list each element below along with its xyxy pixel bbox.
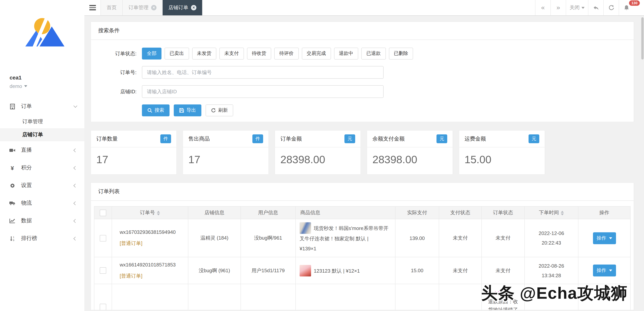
shop-id-input[interactable]	[142, 85, 384, 98]
close-icon[interactable]: ×	[151, 5, 156, 10]
tab-shop-orders[interactable]: 店铺订单 ×	[163, 0, 202, 15]
sidebar-item-ranking[interactable]: 19 排行榜	[0, 230, 84, 247]
order-status-label: 订单状态:	[98, 50, 142, 57]
actual-paid-cell	[395, 284, 439, 310]
sidebar-item-label: 直播	[21, 147, 32, 154]
product-thumbnail[interactable]	[300, 222, 311, 234]
order-no-input[interactable]	[142, 66, 384, 79]
search-form: 订单状态: 全部 已卖出 未发货 未支付 待收货 待评价 交易完成 退款中 已退…	[91, 40, 634, 122]
refund-reason-line: 货地址填错了	[486, 306, 520, 310]
stat-value: 15.00	[459, 147, 545, 174]
pay-status-cell	[439, 284, 482, 310]
col-order-time[interactable]: 下单时间	[524, 206, 578, 219]
row-checkbox[interactable]	[100, 267, 106, 274]
sidebar-item-settings[interactable]: 设置	[0, 177, 84, 194]
stat-title: 售出商品	[188, 135, 210, 142]
action-button-label: 操作	[597, 235, 606, 241]
actual-paid-cell: 15.00	[395, 257, 439, 284]
order-time-cell: 2022-08-26 13:34:28	[524, 257, 578, 284]
sidebar-item-label: 物流	[21, 200, 32, 207]
close-tabs-dropdown[interactable]: 关闭	[566, 0, 588, 15]
status-filter-awaiting-review[interactable]: 待评价	[274, 48, 298, 60]
notifications-button[interactable]: 130	[619, 0, 634, 15]
sort-icon[interactable]	[157, 211, 160, 215]
scroll-tabs-right-button[interactable]: »	[550, 0, 566, 15]
tab-order-management[interactable]: 订单管理 ×	[123, 0, 163, 15]
caret-down-icon	[24, 85, 27, 87]
table-header-row: 订单号 店铺信息 用户信息 商品信息 实际支付 支付状态 订单状态 下单时间 操…	[94, 206, 630, 219]
search-button[interactable]: 搜索	[142, 104, 170, 116]
product-title: 现货秒发！韩国s'more系带吊带开叉牛仔连衣裙！独家定制 默认 |	[300, 225, 388, 241]
sort-icon[interactable]	[561, 211, 564, 215]
export-button[interactable]: 导出	[174, 104, 201, 116]
col-order-no[interactable]: 订单号	[112, 206, 188, 219]
unit-badge: 件	[160, 134, 171, 143]
refresh-list-button[interactable]: 刷新	[206, 104, 233, 116]
sidebar-item-points[interactable]: ¥ 积分	[0, 159, 84, 177]
stat-value: 17	[183, 147, 268, 174]
search-panel-title: 搜索条件	[91, 22, 634, 40]
notification-count-badge: 130	[629, 1, 640, 6]
shop-info-cell: 温精灵 (184)	[188, 219, 241, 257]
sidebar-item-live[interactable]: 直播	[0, 141, 84, 159]
product-thumbnail[interactable]	[300, 265, 311, 276]
row-action-dropdown-button[interactable]: 操作	[593, 264, 616, 276]
col-pay-status: 支付状态	[439, 206, 482, 219]
stat-card-shipping-amount: 运费金额 元 15.00	[459, 130, 545, 175]
vertical-scrollbar-thumb[interactable]	[641, 17, 644, 60]
order-date: 2022-12-06	[528, 228, 574, 238]
chevron-left-icon	[74, 148, 77, 152]
order-time: 13:34:28	[528, 270, 574, 280]
truck-icon	[9, 200, 16, 206]
svg-text:9: 9	[13, 239, 14, 241]
pay-status-cell: 未支付	[439, 257, 482, 284]
refresh-button[interactable]	[603, 0, 619, 15]
stat-value: 28398.00	[367, 147, 452, 174]
status-filter-sold[interactable]: 已卖出	[164, 48, 189, 60]
hamburger-menu-icon[interactable]	[84, 0, 100, 15]
sidebar-item-label: 订单	[21, 103, 32, 110]
tab-home[interactable]: 首页	[101, 0, 123, 15]
watermark-text: 头条 @Echa攻城狮	[481, 282, 628, 304]
pay-status-cell: 未支付	[439, 219, 482, 257]
order-type-tag: [普通订单]	[120, 272, 184, 279]
stat-card-items-sold: 售出商品 件 17	[182, 130, 269, 175]
status-filter-refunding[interactable]: 退款中	[334, 48, 358, 60]
stat-value: 28398.00	[275, 147, 360, 174]
row-checkbox[interactable]	[100, 304, 106, 310]
user-role-dropdown[interactable]: demo	[10, 83, 84, 89]
tab-label: 订单管理	[128, 4, 148, 11]
product-info-cell	[296, 284, 395, 310]
search-icon	[147, 108, 152, 113]
order-row-2: wx166149201018571853 [普通订单] 没bug啊 (961) …	[94, 257, 630, 284]
sidebar-item-logistics[interactable]: 物流	[0, 194, 84, 212]
status-filter-refunded[interactable]: 已退款	[361, 48, 386, 60]
status-filter-all[interactable]: 全部	[142, 48, 162, 60]
select-all-checkbox[interactable]	[100, 209, 106, 216]
scroll-tabs-left-button[interactable]: «	[535, 0, 550, 15]
undo-button[interactable]	[588, 0, 603, 15]
order-type-tag: [普通订单]	[120, 240, 184, 247]
status-filter-unshipped[interactable]: 未发货	[192, 48, 216, 60]
status-filter-completed[interactable]: 交易完成	[302, 48, 331, 60]
status-filter-unpaid[interactable]: 未支付	[220, 48, 244, 60]
sidebar-item-order-management[interactable]: 订单管理	[0, 115, 84, 128]
sidebar-item-orders[interactable]: 订单	[0, 98, 84, 115]
gear-icon	[9, 182, 16, 188]
unit-badge: 元	[344, 134, 355, 143]
stat-title: 订单金额	[280, 135, 302, 142]
user-info-cell: 没bug啊/961	[241, 219, 296, 257]
actions-cell: 操作	[578, 257, 630, 284]
status-filter-awaiting-receipt[interactable]: 待收货	[247, 48, 271, 60]
chevron-left-icon	[74, 184, 77, 187]
close-icon[interactable]: ×	[191, 5, 196, 10]
chevron-left-icon	[74, 236, 77, 240]
sidebar-item-data[interactable]: 数据	[0, 212, 84, 230]
actions-cell: 操作	[578, 219, 630, 257]
status-filter-deleted[interactable]: 已删除	[389, 48, 413, 60]
row-action-dropdown-button[interactable]: 操作	[593, 232, 616, 244]
row-checkbox[interactable]	[100, 235, 106, 241]
sidebar-item-shop-orders[interactable]: 店铺订单	[0, 128, 84, 141]
order-row-1: wx167032936381594940 [普通订单] 温精灵 (184) 没b…	[94, 219, 630, 257]
topbar-toolbar: « » 关闭 130	[535, 0, 634, 15]
